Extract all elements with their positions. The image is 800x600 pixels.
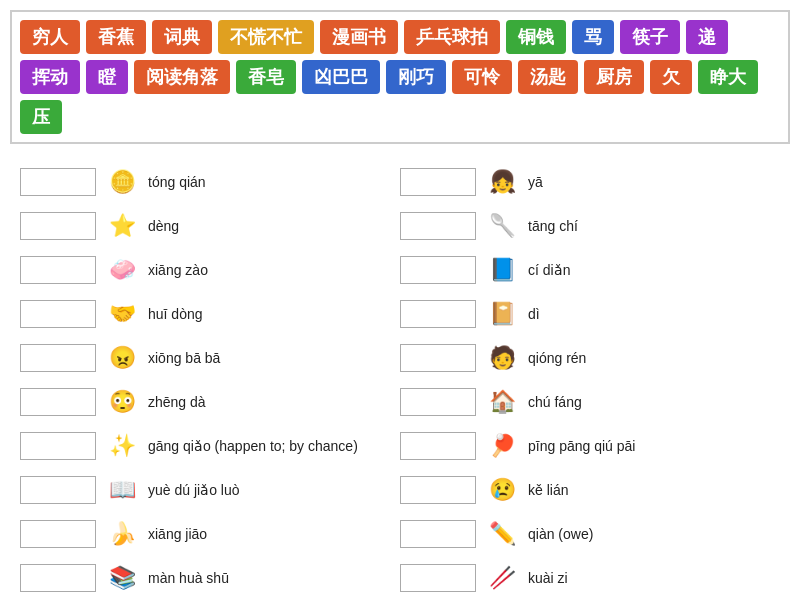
word-tile-2[interactable]: 词典 <box>152 20 212 54</box>
match-item-right-0: 👧yā <box>400 160 780 204</box>
match-item-right-8: ✏️qiàn (owe) <box>400 512 780 556</box>
item-icon-left-8: 🍌 <box>102 516 142 552</box>
answer-box-right-5[interactable] <box>400 388 476 416</box>
item-icon-left-2: 🧼 <box>102 252 142 288</box>
answer-box-left-5[interactable] <box>20 388 96 416</box>
item-icon-left-0: 🪙 <box>102 164 142 200</box>
match-item-right-6: 🏓pīng pāng qiú pāi <box>400 424 780 468</box>
match-item-left-1: ⭐dèng <box>20 204 400 248</box>
word-tile-14[interactable]: 凶巴巴 <box>302 60 380 94</box>
answer-box-left-2[interactable] <box>20 256 96 284</box>
answer-box-left-1[interactable] <box>20 212 96 240</box>
word-tile-18[interactable]: 厨房 <box>584 60 644 94</box>
answer-box-left-8[interactable] <box>20 520 96 548</box>
item-label-left-0: tóng qián <box>148 174 206 190</box>
item-icon-left-4: 😠 <box>102 340 142 376</box>
word-tile-6[interactable]: 铜钱 <box>506 20 566 54</box>
match-item-left-3: 🤝huī dòng <box>20 292 400 336</box>
item-label-right-4: qióng rén <box>528 350 586 366</box>
answer-box-right-8[interactable] <box>400 520 476 548</box>
item-label-right-1: tāng chí <box>528 218 578 234</box>
word-tile-0[interactable]: 穷人 <box>20 20 80 54</box>
item-icon-right-0: 👧 <box>482 164 522 200</box>
answer-box-right-4[interactable] <box>400 344 476 372</box>
word-tile-5[interactable]: 乒乓球拍 <box>404 20 500 54</box>
word-tile-21[interactable]: 压 <box>20 100 62 134</box>
match-item-left-6: ✨gāng qiǎo (happen to; by chance) <box>20 424 400 468</box>
answer-box-right-9[interactable] <box>400 564 476 592</box>
item-label-left-8: xiāng jiāo <box>148 526 207 542</box>
item-label-right-9: kuài zi <box>528 570 568 586</box>
match-item-left-0: 🪙tóng qián <box>20 160 400 204</box>
word-tile-11[interactable]: 瞪 <box>86 60 128 94</box>
match-area: 🪙tóng qián⭐dèng🧼xiāng zào🤝huī dòng😠xiōng… <box>10 160 790 600</box>
answer-box-left-3[interactable] <box>20 300 96 328</box>
word-tile-7[interactable]: 骂 <box>572 20 614 54</box>
answer-box-right-2[interactable] <box>400 256 476 284</box>
item-icon-right-6: 🏓 <box>482 428 522 464</box>
answer-box-right-3[interactable] <box>400 300 476 328</box>
answer-box-right-6[interactable] <box>400 432 476 460</box>
item-icon-left-3: 🤝 <box>102 296 142 332</box>
word-tile-13[interactable]: 香皂 <box>236 60 296 94</box>
word-tile-9[interactable]: 递 <box>686 20 728 54</box>
item-label-left-2: xiāng zào <box>148 262 208 278</box>
word-tile-4[interactable]: 漫画书 <box>320 20 398 54</box>
word-tile-15[interactable]: 刚巧 <box>386 60 446 94</box>
match-item-right-2: 📘cí diǎn <box>400 248 780 292</box>
answer-box-left-4[interactable] <box>20 344 96 372</box>
answer-box-left-0[interactable] <box>20 168 96 196</box>
match-item-right-9: 🥢kuài zi <box>400 556 780 600</box>
match-item-left-5: 😳zhēng dà <box>20 380 400 424</box>
item-icon-right-4: 🧑 <box>482 340 522 376</box>
word-tile-19[interactable]: 欠 <box>650 60 692 94</box>
word-tile-3[interactable]: 不慌不忙 <box>218 20 314 54</box>
match-item-right-4: 🧑qióng rén <box>400 336 780 380</box>
answer-box-left-9[interactable] <box>20 564 96 592</box>
item-label-right-7: kě lián <box>528 482 568 498</box>
word-tile-16[interactable]: 可怜 <box>452 60 512 94</box>
match-item-right-1: 🥄tāng chí <box>400 204 780 248</box>
item-icon-right-7: 😢 <box>482 472 522 508</box>
word-tile-10[interactable]: 挥动 <box>20 60 80 94</box>
word-tile-20[interactable]: 睁大 <box>698 60 758 94</box>
item-label-left-4: xiōng bā bā <box>148 350 220 366</box>
item-icon-left-1: ⭐ <box>102 208 142 244</box>
word-tile-17[interactable]: 汤匙 <box>518 60 578 94</box>
answer-box-right-7[interactable] <box>400 476 476 504</box>
match-item-right-3: 📔dì <box>400 292 780 336</box>
item-label-right-2: cí diǎn <box>528 262 570 278</box>
item-icon-right-8: ✏️ <box>482 516 522 552</box>
item-label-right-0: yā <box>528 174 543 190</box>
answer-box-right-1[interactable] <box>400 212 476 240</box>
match-item-left-7: 📖yuè dú jiǎo luò <box>20 468 400 512</box>
item-label-left-5: zhēng dà <box>148 394 206 410</box>
match-item-left-8: 🍌xiāng jiāo <box>20 512 400 556</box>
word-tile-1[interactable]: 香蕉 <box>86 20 146 54</box>
right-column: 👧yā🥄tāng chí📘cí diǎn📔dì🧑qióng rén🏠chú fá… <box>400 160 780 600</box>
item-label-left-7: yuè dú jiǎo luò <box>148 482 240 498</box>
item-label-right-6: pīng pāng qiú pāi <box>528 438 635 454</box>
left-column: 🪙tóng qián⭐dèng🧼xiāng zào🤝huī dòng😠xiōng… <box>20 160 400 600</box>
item-icon-right-1: 🥄 <box>482 208 522 244</box>
item-label-left-3: huī dòng <box>148 306 203 322</box>
item-icon-left-5: 😳 <box>102 384 142 420</box>
item-icon-right-5: 🏠 <box>482 384 522 420</box>
item-icon-right-2: 📘 <box>482 252 522 288</box>
word-tile-8[interactable]: 筷子 <box>620 20 680 54</box>
item-label-left-6: gāng qiǎo (happen to; by chance) <box>148 438 358 454</box>
item-label-left-9: màn huà shū <box>148 570 229 586</box>
answer-box-left-7[interactable] <box>20 476 96 504</box>
word-bank: 穷人香蕉词典不慌不忙漫画书乒乓球拍铜钱骂筷子递挥动瞪阅读角落香皂凶巴巴刚巧可怜汤… <box>10 10 790 144</box>
match-item-right-5: 🏠chú fáng <box>400 380 780 424</box>
item-label-right-3: dì <box>528 306 540 322</box>
answer-box-left-6[interactable] <box>20 432 96 460</box>
item-label-left-1: dèng <box>148 218 179 234</box>
item-icon-right-9: 🥢 <box>482 560 522 596</box>
item-label-right-8: qiàn (owe) <box>528 526 593 542</box>
answer-box-right-0[interactable] <box>400 168 476 196</box>
item-icon-right-3: 📔 <box>482 296 522 332</box>
item-icon-left-6: ✨ <box>102 428 142 464</box>
match-item-left-4: 😠xiōng bā bā <box>20 336 400 380</box>
word-tile-12[interactable]: 阅读角落 <box>134 60 230 94</box>
